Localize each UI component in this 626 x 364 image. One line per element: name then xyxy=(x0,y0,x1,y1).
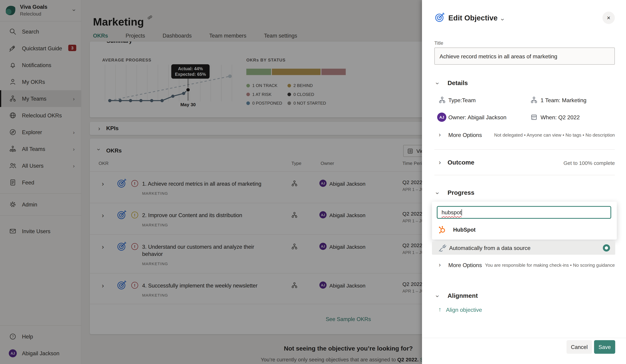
save-button[interactable]: Save xyxy=(594,340,615,354)
auto-data-source-row[interactable]: Automatically from a data source xyxy=(432,242,615,255)
owner-avatar: AJ xyxy=(437,113,446,122)
outcome-meta: Get to 100% complete xyxy=(563,160,615,166)
progress-more-options[interactable]: More Options xyxy=(448,262,482,268)
more-options-chevron-icon[interactable]: › xyxy=(439,131,441,137)
details-meta: Not delegated • Anyone can view • No tag… xyxy=(494,133,615,137)
panel-title: Edit Objective xyxy=(448,14,498,22)
outcome-heading: Outcome xyxy=(447,159,474,166)
cancel-button[interactable]: Cancel xyxy=(566,340,592,354)
outcome-chevron-icon[interactable]: › xyxy=(439,159,441,166)
detail-when[interactable]: When: Q2 2022 xyxy=(541,114,580,121)
plug-connector-icon xyxy=(438,244,447,253)
detail-team[interactable]: 1 Team: Marketing xyxy=(541,97,587,103)
objective-target-icon xyxy=(434,12,445,23)
auto-data-source-label: Automatically from a data source xyxy=(449,245,530,251)
hubspot-icon xyxy=(437,225,446,234)
progress-meta: You are responsible for making check-ins… xyxy=(485,263,615,267)
dropdown-result-hubspot[interactable]: HubSpot xyxy=(432,222,617,238)
details-heading: Details xyxy=(447,80,468,87)
progress-chevron-down-icon[interactable]: › xyxy=(434,192,441,194)
details-chevron-down-icon[interactable]: › xyxy=(434,82,441,84)
team-icon xyxy=(530,96,538,104)
edit-objective-panel: Edit Objective › × Title › Details Type:… xyxy=(422,0,626,364)
title-input[interactable] xyxy=(434,47,615,65)
divider xyxy=(434,175,615,175)
panel-title-chevron-down-icon[interactable]: › xyxy=(499,19,506,21)
divider xyxy=(434,149,615,150)
detail-owner[interactable]: Owner: Abigail Jackson xyxy=(448,114,507,121)
details-more-options[interactable]: More Options xyxy=(448,132,482,138)
data-source-search-input[interactable]: hubspot xyxy=(437,206,611,219)
progress-heading: Progress xyxy=(447,189,474,196)
data-source-dropdown: hubspot HubSpot xyxy=(432,202,617,240)
calendar-icon xyxy=(530,113,538,121)
data-source-toggle[interactable] xyxy=(603,244,610,251)
more-options-chevron-icon[interactable]: › xyxy=(439,261,441,267)
align-objective-link[interactable]: Align objective xyxy=(446,307,482,313)
footer-divider xyxy=(422,338,626,338)
detail-type[interactable]: Type:Team xyxy=(448,97,476,103)
arrow-up-icon: ↑ xyxy=(438,306,441,313)
close-button[interactable]: × xyxy=(602,11,615,24)
text-caret xyxy=(462,209,462,216)
title-label: Title xyxy=(434,40,443,46)
alignment-heading: Alignment xyxy=(447,292,478,299)
team-type-icon xyxy=(438,96,446,104)
alignment-chevron-down-icon[interactable]: › xyxy=(434,295,441,297)
